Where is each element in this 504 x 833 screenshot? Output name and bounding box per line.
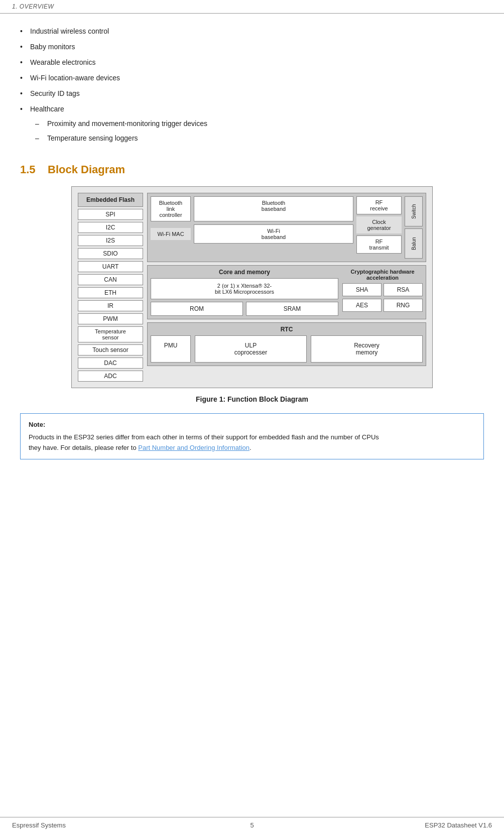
core-left: Core and memory 2 (or 1) x Xtensa® 32- b…: [151, 269, 338, 316]
col-middle: Bluetooth link controller Bluetooth base…: [147, 193, 426, 382]
list-item: Industrial wireless control: [20, 24, 484, 39]
pwm-box: PWM: [78, 313, 143, 324]
ir-box: IR: [78, 300, 143, 311]
switch-box: Switch: [405, 196, 423, 226]
diagram-inner: Embedded Flash SPI I2C I2S SDIO UART CAN…: [78, 193, 426, 382]
section-number: 1.5: [20, 163, 36, 176]
note-box: Note: Products in the ESP32 series diffe…: [20, 413, 484, 459]
rf-receive-box: RF receive: [356, 196, 402, 214]
wifi-mac-box: Wi-Fi MAC: [151, 228, 191, 240]
note-label: Note:: [29, 420, 475, 430]
rom-box: ROM: [151, 302, 243, 316]
bt-link-box: Bluetooth link controller: [151, 196, 191, 221]
bt-baseband-box: Bluetooth baseband: [194, 196, 353, 221]
sdio-box: SDIO: [78, 248, 143, 259]
i2c-box: I2C: [78, 222, 143, 233]
crypto-row-1: SHA RSA: [342, 283, 423, 296]
core-label: Core and memory: [151, 269, 338, 276]
footer-center: 5: [250, 821, 254, 829]
rf-transmit-box: RF transmit: [356, 235, 402, 254]
bullet-list: Industrial wireless control Baby monitor…: [20, 24, 484, 148]
crypto-label: Cryptographic hardware acceleration: [342, 269, 423, 281]
diagram-outer: Embedded Flash SPI I2C I2S SDIO UART CAN…: [20, 186, 484, 403]
rtc-label: RTC: [151, 326, 423, 333]
cpu-box: 2 (or 1) x Xtensa® 32- bit LX6 Microproc…: [151, 278, 338, 299]
section-title: 1. OVERVIEW: [12, 3, 54, 10]
bt-row: Bluetooth link controller Bluetooth base…: [151, 196, 353, 221]
col-left: Embedded Flash SPI I2C I2S SDIO UART CAN…: [78, 193, 143, 382]
footer-left: Espressif Systems: [12, 821, 66, 829]
footer-right: ESP32 Datasheet V1.6: [425, 821, 492, 829]
rf-section: RF receive Clock generator RF transmit: [356, 196, 402, 259]
page-footer: Espressif Systems 5 ESP32 Datasheet V1.6: [0, 817, 504, 833]
main-content: Industrial wireless control Baby monitor…: [0, 14, 504, 480]
note-link[interactable]: Part Number and Ordering Information: [138, 444, 249, 451]
list-item: Wi-Fi location-aware devices: [20, 70, 484, 86]
list-item: Wearable electronics: [20, 55, 484, 70]
recovery-box: Recovery memory: [311, 335, 423, 363]
bt-wifi-section: Bluetooth link controller Bluetooth base…: [151, 196, 353, 259]
balun-box: Balun: [405, 228, 423, 259]
core-memory-section: Core and memory 2 (or 1) x Xtensa® 32- b…: [147, 265, 426, 319]
diagram-caption: Figure 1: Function Block Diagram: [196, 395, 308, 403]
spi-box: SPI: [78, 209, 143, 220]
sub-list-item: Temperature sensing loggers: [35, 131, 484, 146]
clock-generator-box: Clock generator: [356, 216, 402, 233]
section-heading: 1.5 Block Diagram: [20, 163, 484, 176]
list-item: Baby monitors: [20, 39, 484, 55]
temp-sensor-box: Temperature sensor: [78, 326, 143, 342]
rtc-section: RTC PMU ULP coprocesser Recovery memory: [147, 322, 426, 366]
rsa-chip: RSA: [384, 283, 423, 296]
ulp-box: ULP coprocesser: [195, 335, 307, 363]
wifi-baseband-box: Wi-Fi baseband: [194, 224, 353, 244]
diagram-box: Embedded Flash SPI I2C I2S SDIO UART CAN…: [71, 186, 433, 388]
touch-sensor-box: Touch sensor: [78, 344, 143, 355]
section-title-text: Block Diagram: [48, 163, 125, 176]
can-box: CAN: [78, 274, 143, 285]
sub-list-item: Proximity and movement-monitoring trigge…: [35, 116, 484, 131]
middle-top: Bluetooth link controller Bluetooth base…: [147, 193, 426, 262]
switch-balun: Switch Balun: [405, 196, 423, 259]
sub-list: Proximity and movement-monitoring trigge…: [35, 116, 484, 146]
crypto-row-2: AES RNG: [342, 299, 423, 312]
page-header: 1. OVERVIEW: [0, 0, 504, 14]
adc-box: ADC: [78, 371, 143, 382]
rtc-row: PMU ULP coprocesser Recovery memory: [151, 335, 423, 363]
wifi-row: Wi-Fi MAC Wi-Fi baseband: [151, 224, 353, 244]
crypto-section: Cryptographic hardware acceleration SHA …: [342, 269, 423, 316]
aes-chip: AES: [342, 299, 382, 312]
note-text: Products in the ESP32 series differ from…: [29, 432, 475, 453]
eth-box: ETH: [78, 287, 143, 298]
list-item: Healthcare Proximity and movement-monito…: [20, 101, 484, 148]
i2s-box: I2S: [78, 235, 143, 246]
embedded-flash-box: Embedded Flash: [78, 193, 143, 207]
rom-sram-row: ROM SRAM: [151, 302, 338, 316]
pmu-box: PMU: [151, 335, 191, 363]
sha-chip: SHA: [342, 283, 382, 296]
dac-box: DAC: [78, 358, 143, 369]
list-item: Security ID tags: [20, 86, 484, 101]
uart-box: UART: [78, 261, 143, 272]
rng-chip: RNG: [384, 299, 423, 312]
sram-box: SRAM: [246, 302, 338, 316]
